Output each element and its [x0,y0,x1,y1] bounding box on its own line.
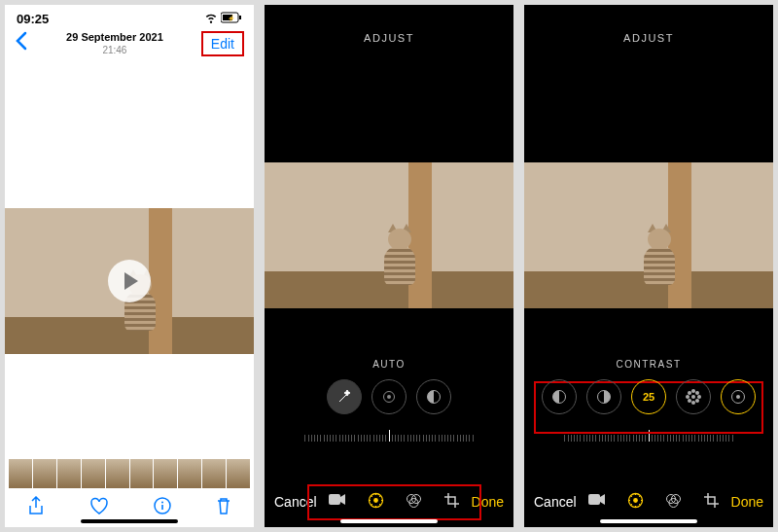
info-icon[interactable] [154,497,171,519]
adjust-slider[interactable] [278,420,500,442]
home-indicator[interactable] [340,519,438,523]
edit-tools [577,492,731,513]
svg-rect-6 [161,505,163,510]
wand-knob[interactable] [327,379,362,414]
adjust-knobs [265,379,513,414]
thumbnail-strip[interactable] [9,459,250,488]
video-preview[interactable] [5,208,254,354]
status-right: ⚡ [204,11,242,27]
svg-text:⚡: ⚡ [228,15,235,22]
crop-tool-icon[interactable] [703,492,720,513]
contrast-knob[interactable] [416,379,451,414]
editor-header: ADJUST [265,5,513,53]
edit-button[interactable]: Edit [201,31,244,56]
adjust-knobs: 25 [524,379,773,414]
editor-bottom-bar: Cancel Done [265,482,513,521]
back-button[interactable] [15,31,28,56]
cancel-button[interactable]: Cancel [534,494,577,510]
svg-point-15 [633,498,638,503]
mode-label: CONTRAST [524,359,773,370]
screen-detail: 09:25 ⚡ 29 September 2021 21:46 Edit [5,5,254,527]
value-knob[interactable]: 25 [631,379,666,414]
editor-bottom-bar: Cancel Done [524,482,773,521]
contrast-knob-dup[interactable] [586,379,621,414]
svg-rect-2 [239,16,241,19]
heart-icon[interactable] [89,497,109,519]
nav-bar: 29 September 2021 21:46 Edit [5,29,254,62]
trash-icon[interactable] [216,497,231,519]
status-bar: 09:25 ⚡ [5,5,254,29]
screen-editor-contrast: ADJUST CONTRAST 25 Cancel [524,5,773,527]
home-indicator[interactable] [600,519,697,523]
exposure-knob[interactable] [371,379,407,414]
exposure-knob[interactable] [542,379,577,414]
editor-canvas[interactable] [265,162,513,308]
vignette-knob[interactable] [721,379,756,414]
screen-editor-auto: ADJUST AUTO Cancel Done [265,5,513,527]
tools-highlight [307,484,481,520]
share-icon[interactable] [27,496,45,520]
play-icon[interactable] [108,260,151,302]
svg-point-5 [161,501,163,503]
battery-icon: ⚡ [221,12,242,26]
adjust-tool-icon[interactable] [627,492,644,513]
filters-tool-icon[interactable] [665,492,682,513]
editor-header: ADJUST [524,5,773,53]
edit-tools [317,492,472,513]
nav-time: 21:46 [66,45,163,57]
mode-label: AUTO [265,359,513,370]
svg-rect-13 [588,494,600,505]
home-indicator[interactable] [81,519,178,523]
brightness-knob[interactable] [676,379,711,414]
nav-date: 29 September 2021 [66,31,163,45]
video-tool-icon[interactable] [588,492,606,513]
editor-canvas[interactable] [524,162,773,308]
done-button[interactable]: Done [731,494,763,510]
wifi-icon [204,11,218,27]
nav-title: 29 September 2021 21:46 [66,31,163,56]
status-time: 09:25 [17,12,49,26]
